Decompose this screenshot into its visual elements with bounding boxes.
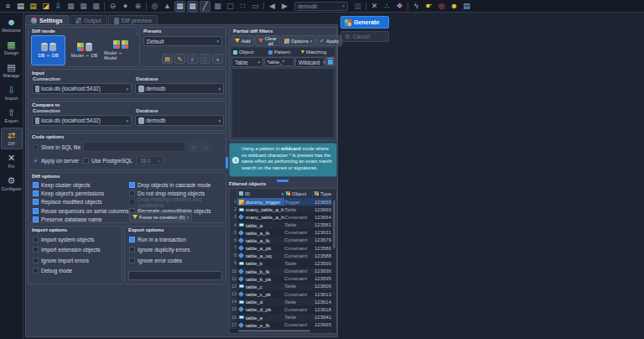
generate-button[interactable]: Generate (340, 16, 389, 29)
select-area-icon[interactable]: ▢ (225, 1, 236, 12)
new-database-icon[interactable]: ▥ (352, 1, 363, 12)
horizontal-splitter-handle[interactable] (277, 180, 288, 182)
diff-option-checkbox[interactable]: Drop missing columns and constraints (129, 199, 226, 206)
vertical-scrollbar[interactable] (332, 198, 336, 329)
export-option-checkbox[interactable]: Ignore error codes (129, 257, 190, 263)
column-header-object[interactable]: Object (284, 189, 313, 198)
overview-icon[interactable]: ▭ (250, 1, 261, 12)
preset-new-button[interactable]: ▤ (162, 54, 173, 64)
column-header-type[interactable]: Type (313, 189, 332, 198)
table-row[interactable]: 15 table_d_pk Constraint 123618 (230, 305, 336, 313)
toolbar-icon[interactable] (103, 1, 106, 12)
plugins-icon[interactable]: ❖ (394, 1, 405, 12)
save-model-icon[interactable]: ▤ (28, 1, 39, 12)
horizontal-scrollbar[interactable] (237, 329, 332, 333)
export-sql-icon[interactable]: ▦ (91, 1, 101, 12)
model-objects-icon[interactable]: ∴ (382, 1, 392, 12)
main-menu-icon[interactable]: ≡ (3, 1, 13, 12)
table-row[interactable]: 9 table_b Table 123590 (230, 259, 336, 267)
preset-sync-button[interactable]: ● (212, 54, 223, 64)
toolbar-database-combo[interactable]: demodb (294, 2, 348, 11)
table-row[interactable]: 17 table_e_fk Constraint 123665 (230, 321, 336, 329)
input-database-combo[interactable]: demodb (135, 83, 224, 94)
table-row[interactable]: 6 table_a_fk Constraint 123679 (230, 237, 336, 244)
filter-matching-combo[interactable]: Wildcard (295, 57, 325, 67)
filter-object-combo[interactable]: Table (231, 57, 263, 67)
import-option-checkbox[interactable]: Import system objects (33, 236, 100, 243)
sidebar-item-import[interactable]: ⇩ Import (1, 82, 23, 104)
sidebar-item-diff[interactable]: ⇄ Diff (1, 128, 23, 149)
diff-mode-option[interactable]: Model ⇔ DB (67, 35, 101, 65)
input-connection-combo[interactable]: local-db (localhost:5432) (32, 83, 132, 94)
table-row[interactable]: 14 table_d Table 123614 (230, 298, 336, 305)
sidebar-item-design[interactable]: ▦ Design (1, 37, 23, 59)
import-option-checkbox[interactable]: Debug mode (33, 268, 100, 274)
preset-save-button[interactable]: ⇓ (187, 54, 198, 64)
zoom-out-icon[interactable]: ⊖ (107, 1, 118, 12)
filter-pattern-input[interactable]: *table_* (264, 57, 294, 66)
diff-mode-option[interactable]: Model ⇔ Model (103, 35, 138, 65)
store-sql-radio[interactable]: Store in SQL file (33, 144, 80, 150)
remove-filter-button[interactable] (325, 57, 335, 66)
diff-option-checkbox[interactable]: Drop objects in cascade mode (129, 181, 226, 188)
donate-icon[interactable]: ☛ (423, 1, 434, 12)
apply-server-radio[interactable]: Apply on server (33, 158, 79, 164)
open-model-icon[interactable]: ◪ (40, 1, 51, 12)
toolbar-icon[interactable] (145, 1, 148, 12)
preset-combo[interactable]: Default (143, 36, 222, 46)
import-option-checkbox[interactable]: Import extension objects (33, 247, 100, 253)
sidebar-item-fix[interactable]: ✕ Fix (1, 150, 23, 172)
zoom-in-icon[interactable]: ⊕ (132, 1, 143, 12)
new-model-icon[interactable]: ▤ (15, 1, 26, 12)
diff-option-checkbox[interactable]: Reuse sequences on serial columns (33, 207, 128, 214)
import-option-checkbox[interactable]: Ignore import errors (33, 257, 100, 263)
scrollbar-thumb[interactable] (333, 200, 335, 248)
sidebar-item-configure[interactable]: ⚙ Configure (1, 173, 23, 195)
connections-icon[interactable]: ϟ (411, 1, 422, 12)
error-codes-input[interactable] (128, 271, 222, 280)
force-recreation-button[interactable]: Force re-creation (0) (129, 212, 192, 222)
table-row[interactable]: 2 many_table_a_h… Table 123660 (230, 206, 336, 213)
add-filter-button[interactable]: Add (231, 35, 254, 46)
sidebar-item-welcome[interactable]: ☻ Welcome (1, 14, 23, 36)
compare-connection-combo[interactable]: local-db (localhost:5432) (32, 115, 132, 126)
table-row[interactable]: 8 table_a_uq Constraint 123588 (230, 252, 336, 259)
diff-mode-option[interactable]: DB ⇔ DB (31, 35, 65, 65)
filter-options-button[interactable]: Options (281, 35, 315, 46)
sidebar-item-export[interactable]: ⇧ Export (1, 105, 23, 127)
snap-grid-icon[interactable]: ▦ (187, 1, 198, 12)
table-row[interactable]: 4 table_a Table 123581 (230, 222, 336, 229)
vertical-splitter-handle[interactable] (226, 157, 228, 169)
toolbar-icon[interactable] (407, 1, 409, 12)
fit-view-icon[interactable]: ◎ (149, 1, 160, 12)
table-row[interactable]: 5 table_a_fk Constraint 123631 (230, 229, 336, 237)
export-image-icon[interactable]: ▦ (78, 1, 89, 12)
redo-icon[interactable]: ▶ (279, 1, 290, 12)
apply-filters-button[interactable]: Apply (316, 35, 342, 46)
print-icon[interactable]: ▦ (65, 1, 76, 12)
table-row[interactable]: 11 table_b_pk Constraint 123595 (230, 275, 336, 283)
relationships-icon[interactable]: ∷ (237, 1, 248, 12)
sponsor-icon[interactable]: ☻ (449, 1, 460, 12)
compare-database-combo[interactable]: demodb (135, 115, 224, 126)
table-row[interactable]: 7 table_a_pk Constraint 123586 (230, 244, 336, 252)
toolbar-icon[interactable] (262, 1, 265, 12)
preset-edit-button[interactable]: ✎ (174, 54, 185, 64)
use-postgresql-checkbox[interactable]: Use PostgreSQL (83, 158, 132, 164)
import-model-icon[interactable]: ⇩ (53, 1, 64, 12)
preset-delete-button[interactable]: ▯ (200, 54, 210, 64)
table-row[interactable]: 3 many_table_a_h… Constraint 123664 (230, 213, 336, 221)
diff-option-checkbox[interactable]: Preserve database name (33, 216, 128, 223)
zoom-normal-icon[interactable]: ● (120, 1, 131, 12)
mirror-icon[interactable]: ▲ (162, 1, 173, 12)
page-delimiters-icon[interactable]: ╱ (200, 1, 210, 12)
arrange-objects-icon[interactable]: ▩ (212, 1, 223, 12)
table-row[interactable]: 1 dummy_trigger Trigger 123655 (230, 198, 336, 206)
export-option-checkbox[interactable]: Run in a transaction (129, 236, 190, 243)
column-header-id[interactable]: ID (237, 189, 284, 198)
table-row[interactable]: 12 table_c Table 123606 (230, 283, 336, 290)
diff-option-checkbox[interactable]: Keep object's permissions (33, 190, 128, 196)
support-icon[interactable]: ◎ (436, 1, 447, 12)
clear-all-filters-button[interactable]: Clear all (255, 35, 280, 46)
toolbar-icon[interactable] (365, 1, 367, 12)
